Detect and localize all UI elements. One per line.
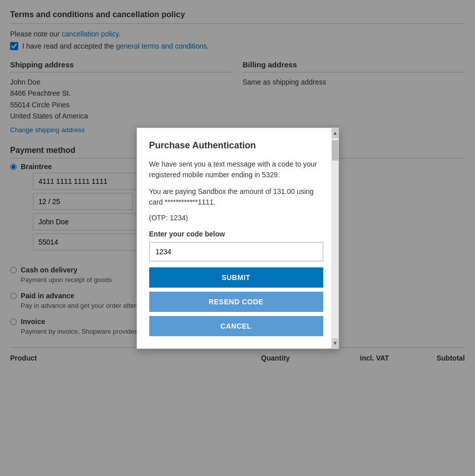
cancel-button[interactable]: CANCEL (149, 316, 323, 336)
purchase-auth-modal: ▲ ▼ Purchase Authentication We have sent… (137, 128, 339, 349)
modal-content: Purchase Authentication We have sent you… (137, 128, 338, 348)
scroll-thumb (332, 140, 338, 161)
scroll-down-button[interactable]: ▼ (332, 338, 339, 348)
modal-scrollbar[interactable]: ▲ ▼ (331, 128, 338, 348)
modal-message1: We have sent you a text message with a c… (149, 159, 323, 180)
resend-code-button[interactable]: RESEND CODE (149, 292, 323, 312)
modal-title: Purchase Authentication (149, 140, 323, 151)
modal-code-label: Enter your code below (149, 230, 323, 238)
scroll-up-button[interactable]: ▲ (332, 128, 339, 138)
modal-overlay: ▲ ▼ Purchase Authentication We have sent… (0, 0, 475, 476)
modal-code-input[interactable] (149, 242, 323, 261)
scroll-track (332, 138, 338, 338)
submit-button[interactable]: SUBMIT (149, 267, 323, 288)
modal-otp: (OTP: 1234) (149, 214, 323, 222)
modal-message2: You are paying Sandbox the amount of 131… (149, 186, 323, 208)
